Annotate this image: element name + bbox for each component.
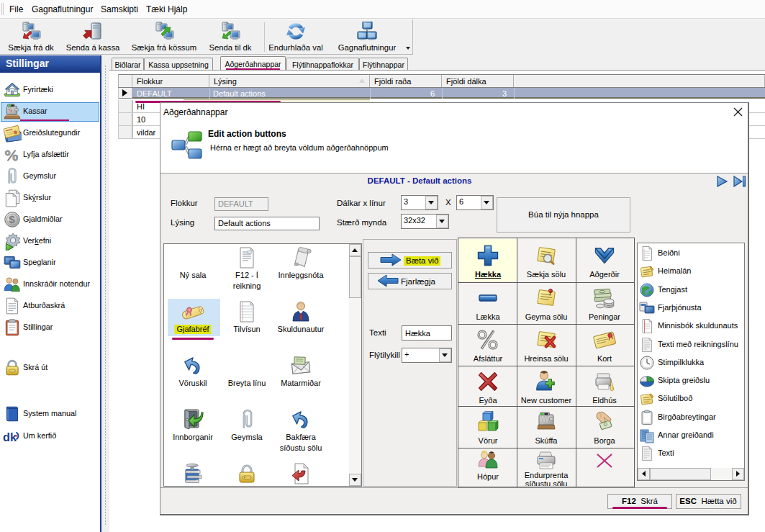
svg-text:dk: dk	[3, 430, 17, 443]
svg-text:$: $	[9, 213, 15, 225]
svg-text:%: %	[4, 147, 19, 164]
